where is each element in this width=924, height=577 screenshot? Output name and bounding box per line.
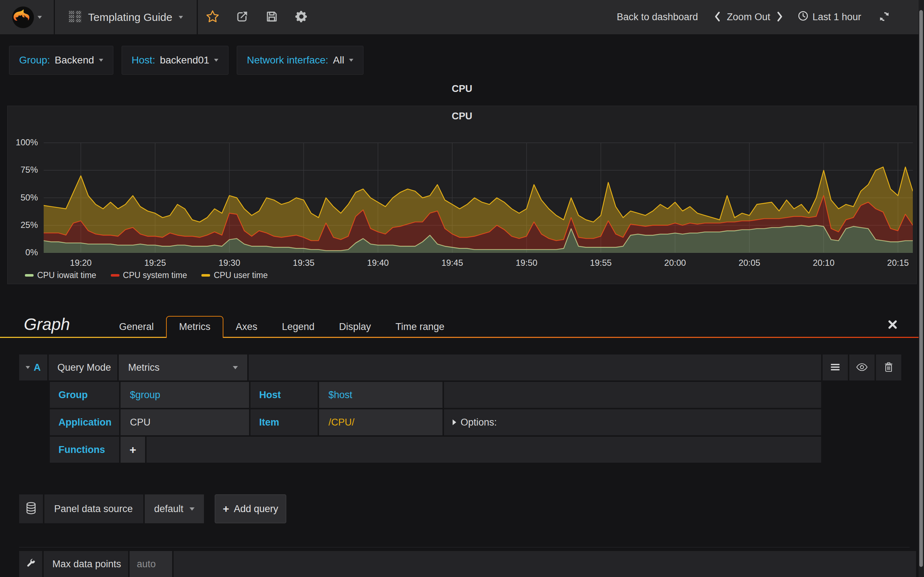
x-axis-label: 19:30 [212, 258, 247, 268]
settings-button[interactable] [287, 0, 316, 34]
grafana-menu-button[interactable] [0, 0, 55, 34]
panel-title[interactable]: CPU [8, 106, 916, 125]
legend-item[interactable]: CPU system time [111, 271, 187, 280]
x-axis-label: 20:15 [880, 258, 916, 268]
panel-settings-icon-cell [19, 551, 42, 577]
options-toggle[interactable]: Options: [444, 409, 821, 435]
item-input[interactable]: /CPU/ [319, 409, 443, 435]
panel-editor: Graph GeneralMetricsAxesLegendDisplayTim… [0, 310, 924, 577]
variable-network-interface-dropdown[interactable]: Network interface: All [237, 46, 363, 75]
group-input[interactable]: $group [121, 382, 249, 408]
item-label: Item [250, 409, 318, 435]
group-label: Group [50, 382, 119, 408]
time-shift-back-button[interactable] [713, 11, 721, 23]
time-shift-forward-button[interactable] [776, 11, 784, 23]
save-button[interactable] [257, 0, 287, 34]
application-input[interactable]: CPU [121, 409, 249, 435]
variable-host-label: Host: [132, 55, 155, 66]
legend-series-name: CPU system time [123, 271, 187, 280]
chevron-down-icon [214, 59, 218, 62]
x-axis-label: 19:20 [63, 258, 99, 268]
template-variables-row: Group: Backend Host: backend01 Network i… [0, 34, 924, 75]
add-query-button[interactable]: + Add query [215, 495, 286, 523]
time-picker[interactable]: Last 1 hour [798, 10, 861, 24]
dashboard-title-menu[interactable]: Templating Guide [55, 0, 198, 34]
legend-series-name: CPU iowait time [37, 271, 96, 280]
star-icon [205, 10, 220, 25]
add-function-button[interactable]: + [121, 437, 145, 463]
caret-right-icon [452, 419, 456, 425]
query-editor: A Query Mode Metrics [19, 355, 901, 463]
variable-network-interface-value: All [333, 55, 344, 66]
scrollbar-thumb[interactable] [919, 10, 923, 567]
close-icon [887, 326, 898, 331]
eye-icon [856, 363, 868, 372]
tab-metrics[interactable]: Metrics [166, 316, 223, 338]
x-axis-label: 20:00 [657, 258, 693, 268]
query-toggle-visibility-button[interactable] [849, 355, 874, 380]
panel-type-title: Graph [24, 314, 70, 334]
database-icon [26, 501, 36, 516]
gear-icon [294, 10, 308, 24]
x-axis-label: 19:25 [137, 258, 173, 268]
host-input[interactable]: $host [319, 382, 443, 408]
chevron-left-icon [713, 11, 721, 23]
save-icon [265, 10, 278, 24]
legend-item[interactable]: CPU user time [201, 271, 268, 280]
datasource-label: Panel data source [44, 495, 143, 523]
chart-legend: CPU iowait timeCPU system timeCPU user t… [25, 271, 916, 280]
refresh-icon [879, 11, 890, 23]
y-axis-label: 100% [8, 137, 38, 148]
tab-display[interactable]: Display [327, 317, 383, 338]
row-title: CPU [0, 83, 924, 95]
query-mode-dropdown[interactable]: Metrics [119, 355, 247, 380]
trash-icon [884, 362, 893, 373]
cpu-graph-plot[interactable] [44, 125, 913, 253]
variable-group-label: Group: [19, 55, 50, 66]
time-range-label: Last 1 hour [813, 11, 861, 23]
legend-swatch-icon [111, 274, 120, 277]
datasource-icon-cell [19, 495, 43, 523]
share-button[interactable] [228, 0, 257, 34]
tab-legend[interactable]: Legend [270, 317, 327, 338]
legend-item[interactable]: CPU iowait time [25, 271, 96, 280]
chevron-down-icon [179, 16, 183, 19]
plus-icon: + [223, 503, 229, 515]
max-data-points-input[interactable] [129, 551, 172, 577]
star-button[interactable] [198, 0, 228, 34]
close-editor-button[interactable] [887, 319, 898, 331]
x-axis-label: 19:35 [286, 258, 321, 268]
back-to-dashboard-link[interactable]: Back to dashboard [617, 11, 698, 23]
chevron-down-icon [189, 508, 195, 511]
query-row-group-host: Group $group Host $host [50, 382, 821, 408]
datasource-dropdown[interactable]: default [145, 495, 204, 523]
tab-general[interactable]: General [107, 317, 166, 338]
chevron-down-icon [349, 59, 353, 62]
variable-host-dropdown[interactable]: Host: backend01 [122, 46, 228, 75]
tab-time-range[interactable]: Time range [383, 317, 457, 338]
x-axis-label: 20:05 [731, 258, 767, 268]
max-data-points-filler [174, 551, 916, 577]
max-data-points-row: Max data points [19, 551, 916, 577]
y-axis-label: 50% [8, 193, 38, 203]
query-row-filler [444, 382, 821, 408]
y-axis-label: 0% [8, 247, 38, 258]
cpu-panel: CPU 0%25%50%75%100%19:2019:2519:3019:351… [7, 106, 917, 284]
zoom-out-button[interactable]: Zoom Out [727, 11, 770, 23]
x-axis-label: 19:50 [509, 258, 544, 268]
x-axis-label: 19:55 [583, 258, 619, 268]
x-axis-label: 19:40 [360, 258, 396, 268]
chevron-down-icon [99, 59, 103, 62]
variable-host-value: backend01 [160, 55, 209, 66]
refresh-button[interactable] [879, 11, 890, 23]
functions-label: Functions [50, 437, 119, 463]
variable-network-interface-label: Network interface: [247, 55, 328, 66]
cpu-chart: 0%25%50%75%100%19:2019:2519:3019:3519:40… [8, 125, 916, 269]
y-axis-label: 25% [8, 220, 38, 230]
query-delete-button[interactable] [876, 355, 901, 380]
tab-axes[interactable]: Axes [223, 317, 270, 338]
query-menu-button[interactable] [822, 355, 848, 380]
variable-group-dropdown[interactable]: Group: Backend [9, 46, 113, 75]
query-collapse-toggle[interactable]: A [19, 355, 47, 380]
grafana-logo-icon [12, 6, 34, 29]
